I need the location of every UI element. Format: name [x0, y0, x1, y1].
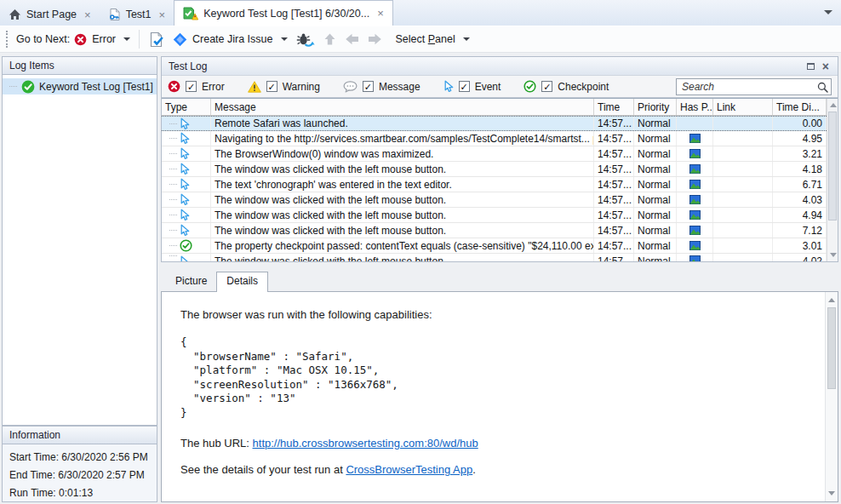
log-items-tree-item[interactable]: Keyword Test Log [Test1]: [3, 78, 157, 94]
details-vertical-scrollbar[interactable]: [825, 292, 838, 501]
log-row-time-diff: 4.03: [773, 192, 827, 207]
table-header-row: TypeMessageTimePriorityHas P...LinkTime …: [162, 99, 827, 116]
event-icon: [180, 193, 190, 206]
column-header-time[interactable]: Time: [594, 99, 634, 115]
tab-label: Keyword Test Log [Test1] 6/30/20...: [203, 8, 369, 20]
info-line: Start Time: 6/30/2020 2:56 PM: [9, 451, 157, 463]
maximize-icon[interactable]: [807, 63, 815, 70]
information-content: Start Time: 6/30/2020 2:56 PMEnd Time: 6…: [2, 444, 157, 502]
picture-icon: [689, 149, 701, 158]
log-row-time-diff: 7.12: [773, 223, 827, 238]
information-panel-header: Information: [2, 426, 157, 444]
go-forward-button[interactable]: [363, 31, 386, 48]
log-row[interactable]: The property checkpoint passed: contentT…: [162, 238, 827, 254]
test-log-icon: [183, 7, 198, 20]
filter-label: Error: [202, 81, 225, 93]
log-table: TypeMessageTimePriorityHas P...LinkTime …: [162, 98, 838, 261]
scroll-down-icon[interactable]: [828, 491, 835, 495]
test-log-panel-header: Test Log ×: [162, 57, 838, 76]
warning-icon: [248, 81, 261, 93]
picture-icon: [689, 241, 701, 250]
log-row[interactable]: The BrowserWindow(0) window was maximize…: [162, 146, 827, 162]
document-tab-keyword-test-log-test1-6-30-20[interactable]: Keyword Test Log [Test1] 6/30/20...×: [174, 0, 393, 26]
log-row-message: The BrowserWindow(0) window was maximize…: [211, 146, 594, 161]
column-header-message[interactable]: Message: [211, 99, 594, 115]
log-row-priority: Normal: [634, 238, 677, 253]
log-row-time-diff: 3.01: [773, 238, 827, 253]
log-row-type: [162, 117, 211, 130]
scrollbar-thumb[interactable]: [828, 112, 837, 220]
log-row[interactable]: The window was clicked with the left mou…: [162, 223, 827, 238]
column-header-priority[interactable]: Priority: [634, 99, 677, 115]
log-row-has-picture: [677, 131, 713, 146]
scroll-up-icon[interactable]: [830, 103, 837, 107]
tab-close-icon[interactable]: ×: [159, 9, 166, 20]
log-row[interactable]: The window was clicked with the left mou…: [162, 192, 827, 208]
chevron-down-icon: [281, 37, 288, 41]
tab-details[interactable]: Details: [216, 272, 268, 292]
tab-close-icon[interactable]: ×: [84, 9, 91, 20]
hub-url-prefix: The hub URL:: [180, 437, 253, 450]
keyword-test-icon: [108, 8, 121, 21]
filter-bar: ✓Error✓Warning✓Message✓Event✓Checkpoint: [162, 76, 838, 98]
log-row[interactable]: Navigating to the http://services.smartb…: [162, 131, 827, 146]
log-row-message: The window was clicked with the left mou…: [211, 162, 594, 176]
column-header-time-di[interactable]: Time Di...: [773, 99, 827, 115]
capabilities-json: { "browserName" : "Safari", "platform" :…: [180, 335, 809, 420]
tree-connector: [169, 123, 177, 124]
log-row-type: [162, 238, 211, 253]
log-row-time: 14:57...: [594, 162, 634, 176]
toolbar-grip[interactable]: [6, 31, 9, 48]
log-row-type: [162, 192, 211, 207]
crossbrowsertesting-app-link[interactable]: CrossBrowserTesting App: [346, 463, 472, 476]
document-tab-start-page[interactable]: Start Page×: [0, 3, 100, 26]
panel-gap: [161, 262, 838, 271]
debug-run-icon: [296, 32, 315, 47]
send-to-jira-button[interactable]: [144, 29, 169, 50]
document-tab-test1[interactable]: Test1×: [100, 3, 174, 26]
column-header-has-p[interactable]: Has P...: [677, 99, 713, 115]
hub-url-link[interactable]: http://hub.crossbrowsertesting.com:80/wd…: [253, 437, 478, 450]
document-tab-bar: Start Page×Test1×Keyword Test Log [Test1…: [0, 0, 841, 26]
log-row-link: [713, 146, 773, 161]
go-to-next-error-dropdown[interactable]: Error: [70, 31, 134, 49]
create-jira-issue-dropdown[interactable]: Create Jira Issue: [169, 30, 291, 49]
tab-close-icon[interactable]: ×: [377, 8, 384, 19]
log-row-priority: Normal: [634, 146, 677, 161]
table-vertical-scrollbar[interactable]: [827, 99, 838, 261]
log-row-time: 14:57...: [594, 177, 634, 192]
information-title: Information: [9, 429, 60, 441]
log-row-link: [713, 238, 773, 253]
filter-checkbox-warning[interactable]: ✓: [266, 81, 277, 92]
scrollbar-thumb[interactable]: [827, 307, 836, 389]
filter-checkbox-error[interactable]: ✓: [186, 81, 197, 92]
log-row[interactable]: The window was clicked with the left mou…: [162, 162, 827, 177]
event-icon: [180, 132, 190, 145]
go-up-button[interactable]: [319, 30, 340, 49]
column-header-link[interactable]: Link: [713, 99, 773, 115]
error-icon: [168, 80, 180, 93]
log-row[interactable]: Remote Safari was launched.14:57...Norma…: [162, 116, 827, 131]
log-row[interactable]: The window was clicked with the left mou…: [162, 208, 827, 223]
select-panel-dropdown[interactable]: Select Panel: [392, 31, 474, 48]
run-test-item-button[interactable]: [292, 30, 319, 49]
column-header-type[interactable]: Type: [162, 99, 211, 115]
search-input[interactable]: [676, 78, 832, 95]
left-column: Log Items Keyword Test Log [Test1] Infor…: [2, 56, 157, 502]
tab-picture[interactable]: Picture: [166, 272, 216, 291]
filter-checkbox-message[interactable]: ✓: [363, 81, 374, 92]
tab-list-dropdown-icon[interactable]: [824, 10, 832, 14]
log-row[interactable]: The window was clicked with the left mou…: [162, 254, 827, 261]
log-row-time: 14:57...: [594, 208, 634, 222]
scroll-up-icon[interactable]: [828, 298, 835, 302]
close-icon[interactable]: ×: [822, 60, 829, 72]
filter-checkbox-checkpoint[interactable]: ✓: [541, 81, 552, 92]
filter-warning: ✓Warning: [248, 81, 320, 93]
log-row-type: [162, 223, 211, 238]
filter-message: ✓Message: [343, 81, 420, 93]
log-row[interactable]: The text 'chronograph' was entered in th…: [162, 177, 827, 192]
info-line: End Time: 6/30/2020 2:57 PM: [9, 469, 157, 481]
filter-checkbox-event[interactable]: ✓: [459, 81, 470, 92]
scroll-down-icon[interactable]: [830, 253, 837, 257]
go-back-button[interactable]: [340, 31, 363, 48]
